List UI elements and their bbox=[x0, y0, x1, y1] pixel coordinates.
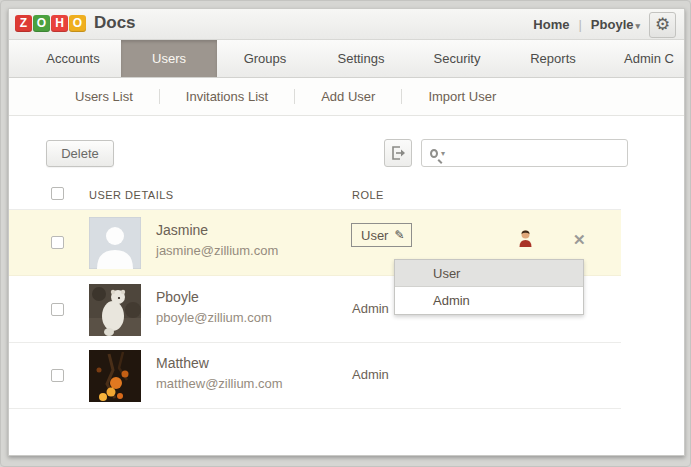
logo-tile-h: H bbox=[51, 15, 68, 32]
close-icon[interactable]: ✕ bbox=[573, 232, 586, 247]
subnav-users-list[interactable]: Users List bbox=[49, 89, 159, 104]
select-all-checkbox[interactable] bbox=[51, 187, 64, 200]
role-option-user[interactable]: User bbox=[395, 260, 583, 287]
user-email: matthew@zillium.com bbox=[156, 376, 283, 391]
column-header-role: ROLE bbox=[352, 189, 384, 201]
avatar bbox=[89, 217, 141, 269]
export-button[interactable] bbox=[384, 139, 412, 167]
tab-admin-console[interactable]: Admin C bbox=[601, 40, 684, 78]
role-edit-button[interactable]: User ✎ bbox=[351, 223, 412, 247]
user-name: Jasmine bbox=[156, 222, 208, 238]
gear-icon: ⚙ bbox=[655, 16, 670, 33]
subnav-import-user[interactable]: Import User bbox=[401, 89, 522, 104]
tab-groups[interactable]: Groups bbox=[217, 40, 313, 78]
sub-nav: Users List Invitations List Add User Imp… bbox=[9, 78, 684, 116]
settings-gear-button[interactable]: ⚙ bbox=[649, 12, 676, 38]
export-icon bbox=[389, 144, 407, 162]
user-name: Matthew bbox=[156, 355, 209, 371]
tab-security[interactable]: Security bbox=[409, 40, 505, 78]
row-checkbox[interactable] bbox=[51, 369, 64, 382]
role-dropdown: User Admin bbox=[394, 259, 584, 315]
user-person-icon[interactable] bbox=[517, 229, 534, 248]
logo-tile-o2: O bbox=[69, 15, 86, 32]
user-email: pboyle@zillium.com bbox=[156, 310, 272, 325]
tab-accounts[interactable]: Accounts bbox=[25, 40, 121, 78]
row-checkbox[interactable] bbox=[51, 236, 64, 249]
avatar bbox=[89, 350, 141, 402]
table-header: USER DETAILS ROLE bbox=[9, 181, 621, 210]
subnav-add-user[interactable]: Add User bbox=[294, 89, 401, 104]
role-value: User bbox=[361, 228, 388, 243]
tab-settings[interactable]: Settings bbox=[313, 40, 409, 78]
role-option-admin[interactable]: Admin bbox=[395, 287, 583, 314]
logo-tile-o1: O bbox=[33, 15, 50, 32]
user-menu[interactable]: Pboyle▾ bbox=[591, 17, 640, 32]
header-separator: | bbox=[578, 17, 581, 32]
delete-button[interactable]: Delete bbox=[46, 140, 114, 167]
table-row: Matthew matthew@zillium.com Admin bbox=[9, 343, 621, 409]
search-box: ▾ bbox=[421, 139, 628, 167]
subnav-invitations-list[interactable]: Invitations List bbox=[159, 89, 294, 104]
main-tab-bar: Accounts Users Groups Settings Security … bbox=[9, 40, 684, 78]
zoho-logo: Z O H O Docs bbox=[15, 13, 136, 33]
chevron-down-icon: ▾ bbox=[635, 21, 640, 31]
user-name: Pboyle bbox=[156, 289, 199, 305]
column-header-user-details: USER DETAILS bbox=[89, 189, 174, 201]
user-menu-label: Pboyle bbox=[591, 17, 634, 32]
role-value: Admin bbox=[352, 367, 389, 382]
user-email: jasmine@zillium.com bbox=[156, 243, 278, 258]
logo-tile-z: Z bbox=[15, 15, 32, 32]
role-value: Admin bbox=[352, 301, 389, 316]
search-icon bbox=[430, 149, 438, 158]
window-frame: Z O H O Docs Home | Pboyle▾ ⚙ Accounts U… bbox=[0, 0, 691, 467]
page: Z O H O Docs Home | Pboyle▾ ⚙ Accounts U… bbox=[8, 8, 685, 456]
tab-reports[interactable]: Reports bbox=[505, 40, 601, 78]
search-input[interactable] bbox=[445, 140, 627, 166]
row-checkbox[interactable] bbox=[51, 303, 64, 316]
tab-users[interactable]: Users bbox=[121, 40, 217, 78]
avatar bbox=[89, 284, 141, 336]
product-name: Docs bbox=[94, 13, 136, 33]
edit-pencil-icon: ✎ bbox=[394, 228, 404, 242]
top-header-bar: Z O H O Docs Home | Pboyle▾ ⚙ bbox=[9, 9, 684, 40]
home-link[interactable]: Home bbox=[533, 17, 569, 32]
